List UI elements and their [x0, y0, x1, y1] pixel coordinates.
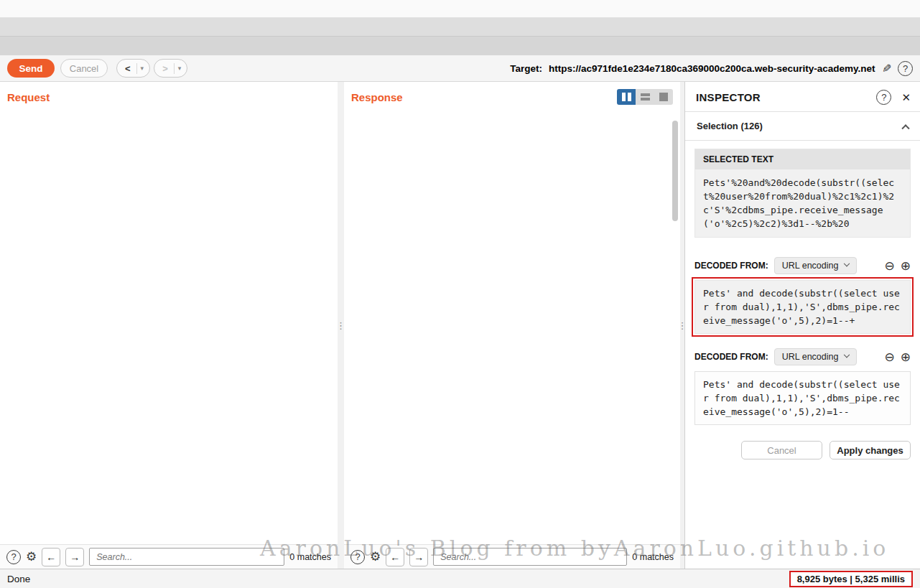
response-panel: Response ? ⚙ ← → 0 matches: [344, 82, 680, 569]
selection-section-header[interactable]: Selection (126): [685, 112, 920, 141]
inspector-title: INSPECTOR: [696, 91, 761, 103]
forward-button[interactable]: > ▾: [154, 59, 187, 78]
decoded-from-label: DECODED FROM:: [694, 352, 768, 362]
request-view-tabs: [0, 106, 338, 115]
layout-columns-button[interactable]: [617, 89, 636, 105]
prev-match-button[interactable]: ←: [42, 548, 60, 566]
main-tab-bar: [0, 18, 920, 37]
apply-changes-button[interactable]: Apply changes: [830, 441, 911, 459]
encoding-dropdown[interactable]: URL encoding: [774, 348, 858, 365]
request-panel: Request ? ⚙ ← → 0 matches: [0, 82, 338, 569]
repeater-tab-bar: [0, 37, 920, 55]
back-history-dropdown-icon[interactable]: ▾: [137, 65, 150, 72]
layout-single-button[interactable]: [654, 89, 673, 105]
search-help-icon[interactable]: ?: [350, 550, 365, 564]
response-search-input[interactable]: [433, 548, 627, 566]
repeater-content: Request ? ⚙ ← → 0 matches ⋮ Response ?: [0, 82, 920, 569]
add-decoder-icon[interactable]: ⊕: [901, 351, 911, 363]
response-match-count: 0 matches: [632, 552, 674, 562]
encoding-dropdown[interactable]: URL encoding: [774, 257, 858, 274]
inspector-close-icon[interactable]: ✕: [901, 91, 911, 104]
request-title: Request: [7, 91, 50, 103]
target-label: Target:: [510, 63, 542, 74]
search-settings-gear-icon[interactable]: ⚙: [26, 551, 37, 563]
menu-bar: [0, 0, 920, 18]
selected-text-label: SELECTED TEXT: [695, 149, 910, 169]
next-match-button[interactable]: →: [409, 548, 428, 566]
prev-match-button[interactable]: ←: [386, 548, 404, 566]
layout-rows-button[interactable]: [636, 89, 654, 105]
decoder-section-2: DECODED FROM: URL encoding ⊖ ⊕ Pets' and…: [694, 348, 911, 425]
repeater-toolbar: Send Cancel < ▾ > ▾ Target: https://ac97…: [0, 55, 920, 82]
response-view-tabs: [344, 106, 680, 115]
response-metrics: 8,925 bytes | 5,325 millis: [789, 571, 913, 587]
selected-text-value: Pets'%20and%20decode(substr((select%20us…: [695, 169, 910, 237]
help-icon[interactable]: ?: [898, 61, 913, 76]
selection-section-label: Selection (126): [697, 121, 763, 131]
view-layout-buttons: [617, 89, 673, 105]
decoded-text-1[interactable]: Pets' and decode(substr((select user fro…: [694, 280, 911, 334]
response-code-editor[interactable]: [344, 115, 680, 544]
status-text: Done: [7, 574, 30, 584]
response-title: Response: [351, 91, 403, 103]
request-search-input[interactable]: [89, 548, 284, 566]
response-header: Response: [344, 82, 680, 106]
inspector-actions: Cancel Apply changes: [694, 441, 911, 459]
selected-text-card: SELECTED TEXT Pets'%20and%20decode(subst…: [694, 149, 911, 238]
request-match-count: 0 matches: [289, 552, 331, 562]
inspector-cancel-button[interactable]: Cancel: [741, 441, 822, 459]
send-button[interactable]: Send: [7, 59, 55, 78]
remove-decoder-icon[interactable]: ⊖: [885, 260, 895, 272]
search-settings-gear-icon[interactable]: ⚙: [370, 551, 381, 563]
encoding-value: URL encoding: [782, 261, 839, 271]
chevron-down-icon: [844, 352, 850, 358]
inspector-help-icon[interactable]: ?: [876, 90, 891, 105]
next-match-button[interactable]: →: [65, 548, 84, 566]
decoder-header: DECODED FROM: URL encoding ⊖ ⊕: [694, 257, 911, 274]
inspector-header: INSPECTOR ? ✕: [685, 82, 920, 112]
target-url: https://ac971fde1e234e7180ca369000c200ca…: [549, 63, 875, 74]
decoder-section-1: DECODED FROM: URL encoding ⊖ ⊕ Pets' and…: [694, 257, 911, 334]
search-help-icon[interactable]: ?: [6, 550, 21, 564]
inspector-panel: INSPECTOR ? ✕ Selection (126) SELECTED T…: [684, 82, 920, 569]
status-bar: Done 8,925 bytes | 5,325 millis: [0, 569, 920, 588]
decoder-header: DECODED FROM: URL encoding ⊖ ⊕: [694, 348, 911, 365]
response-scrollbar[interactable]: [672, 121, 678, 221]
edit-target-icon[interactable]: ✎: [882, 62, 891, 75]
forward-history-dropdown-icon[interactable]: ▾: [175, 65, 187, 72]
response-search-toolbar: ? ⚙ ← → 0 matches: [344, 544, 680, 569]
chevron-down-icon: [844, 261, 850, 266]
remove-decoder-icon[interactable]: ⊖: [885, 351, 895, 363]
target-area: Target: https://ac971fde1e234e7180ca3690…: [510, 61, 913, 76]
encoding-value: URL encoding: [782, 352, 839, 362]
add-decoder-icon[interactable]: ⊕: [901, 260, 911, 272]
cancel-button[interactable]: Cancel: [60, 59, 108, 78]
decoded-text-2[interactable]: Pets' and decode(substr((select user fro…: [694, 371, 911, 425]
back-button[interactable]: < ▾: [116, 59, 150, 78]
back-arrow-label: <: [117, 63, 137, 74]
request-code-editor[interactable]: [0, 115, 338, 544]
decoded-from-label: DECODED FROM:: [694, 261, 768, 271]
request-header: Request: [0, 82, 338, 106]
forward-arrow-label: >: [154, 63, 175, 74]
chevron-up-icon: [901, 124, 909, 132]
request-response-divider[interactable]: ⋮: [338, 82, 344, 569]
request-search-toolbar: ? ⚙ ← → 0 matches: [0, 544, 338, 569]
